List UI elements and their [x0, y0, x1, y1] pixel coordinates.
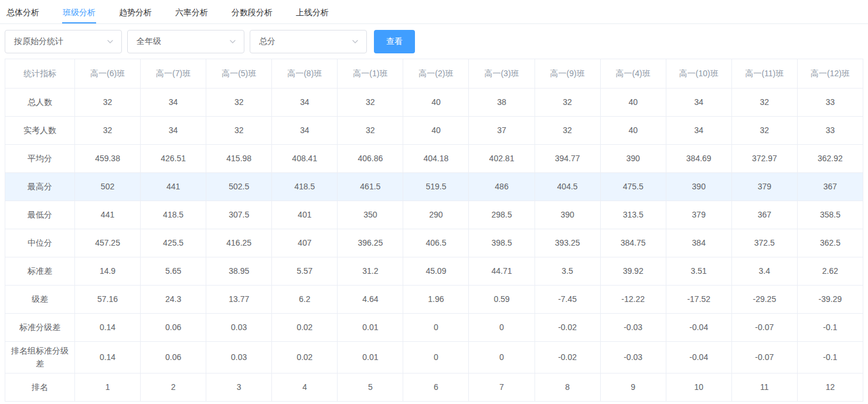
- view-button[interactable]: 查看: [374, 30, 415, 53]
- value-cell: 367: [797, 173, 863, 201]
- value-cell: 390: [666, 173, 731, 201]
- value-cell: 406.86: [338, 145, 403, 173]
- value-cell: 398.5: [469, 229, 535, 257]
- value-cell: 362.92: [797, 145, 863, 173]
- value-cell: -0.03: [600, 342, 666, 374]
- value-cell: 14.9: [75, 257, 141, 286]
- tab-5[interactable]: 分数段分析: [231, 0, 273, 23]
- value-cell: 418.5: [141, 201, 206, 229]
- value-cell: 372.97: [731, 145, 797, 173]
- value-cell: -0.02: [535, 314, 600, 342]
- class-column-header: 高一(12)班: [797, 59, 863, 89]
- value-cell: 407: [272, 229, 338, 257]
- value-cell: 393.25: [535, 229, 600, 257]
- value-cell: 4: [272, 373, 338, 401]
- value-cell: -0.07: [731, 342, 797, 374]
- value-cell: 44.71: [469, 257, 535, 286]
- value-cell: 40: [600, 117, 666, 145]
- value-cell: 406.5: [403, 229, 469, 257]
- value-cell: 415.98: [206, 145, 272, 173]
- stat-type-select[interactable]: 按原始分统计: [5, 30, 122, 53]
- value-cell: 33: [797, 89, 863, 117]
- tab-1[interactable]: 总体分析: [6, 0, 40, 23]
- value-cell: 0.03: [206, 314, 272, 342]
- value-cell: 40: [600, 89, 666, 117]
- value-cell: 34: [666, 117, 731, 145]
- value-cell: 441: [141, 173, 206, 201]
- tab-4[interactable]: 六率分析: [175, 0, 209, 23]
- value-cell: 404.5: [535, 173, 600, 201]
- subject-select[interactable]: 总分: [250, 30, 367, 53]
- row-label: 最低分: [5, 201, 75, 229]
- value-cell: 0.01: [338, 314, 403, 342]
- value-cell: 0.01: [338, 342, 403, 374]
- tab-6[interactable]: 上线分析: [295, 0, 329, 23]
- value-cell: 2.62: [797, 257, 863, 286]
- value-cell: 13.77: [206, 286, 272, 314]
- value-cell: 298.5: [469, 201, 535, 229]
- value-cell: 0: [469, 314, 535, 342]
- value-cell: 2: [141, 373, 206, 401]
- value-cell: 384.75: [600, 229, 666, 257]
- value-cell: 394.77: [535, 145, 600, 173]
- value-cell: 1: [75, 373, 141, 401]
- value-cell: 401: [272, 201, 338, 229]
- value-cell: 0.06: [141, 314, 206, 342]
- indicator-header-cell: 统计指标: [5, 59, 75, 89]
- value-cell: 362.5: [797, 229, 863, 257]
- chevron-down-icon: [106, 38, 114, 46]
- value-cell: 6: [403, 373, 469, 401]
- table-row: 标准差14.95.6538.955.5731.245.0944.713.539.…: [5, 257, 863, 286]
- value-cell: 0.02: [272, 342, 338, 374]
- value-cell: 384.69: [666, 145, 731, 173]
- value-cell: 11: [731, 373, 797, 401]
- value-cell: 416.25: [206, 229, 272, 257]
- value-cell: 10: [666, 373, 731, 401]
- value-cell: 37: [469, 117, 535, 145]
- value-cell: 32: [535, 89, 600, 117]
- value-cell: 40: [403, 117, 469, 145]
- value-cell: 40: [403, 89, 469, 117]
- table-row: 最低分441418.5307.5401350290298.5390313.537…: [5, 201, 863, 229]
- value-cell: 475.5: [600, 173, 666, 201]
- class-column-header: 高一(2)班: [403, 59, 469, 89]
- class-column-header: 高一(8)班: [272, 59, 338, 89]
- table-row: 最高分502441502.5418.5461.5519.5486404.5475…: [5, 173, 863, 201]
- value-cell: 425.5: [141, 229, 206, 257]
- value-cell: 57.16: [75, 286, 141, 314]
- table-body: 总人数323432343240383240343233实考人数323432343…: [5, 89, 863, 402]
- value-cell: 8: [535, 373, 600, 401]
- value-cell: -0.1: [797, 314, 863, 342]
- value-cell: 486: [469, 173, 535, 201]
- value-cell: -0.02: [535, 342, 600, 374]
- table-row: 中位分457.25425.5416.25407396.25406.5398.53…: [5, 229, 863, 257]
- tab-3[interactable]: 趋势分析: [118, 0, 152, 23]
- table-row: 级差57.1624.313.776.24.641.960.59-7.45-12.…: [5, 286, 863, 314]
- class-column-header: 高一(10)班: [666, 59, 731, 89]
- value-cell: 7: [469, 373, 535, 401]
- table-row: 平均分459.38426.51415.98408.41406.86404.184…: [5, 145, 863, 173]
- value-cell: -0.1: [797, 342, 863, 374]
- value-cell: 379: [731, 173, 797, 201]
- class-column-header: 高一(5)班: [206, 59, 272, 89]
- class-stats-table: 统计指标高一(6)班高一(7)班高一(5)班高一(8)班高一(1)班高一(2)班…: [5, 59, 863, 402]
- tab-2[interactable]: 班级分析: [62, 0, 96, 23]
- value-cell: 3.4: [731, 257, 797, 286]
- value-cell: 3.5: [535, 257, 600, 286]
- grade-select[interactable]: 全年级: [127, 30, 244, 53]
- value-cell: 34: [141, 117, 206, 145]
- value-cell: 390: [535, 201, 600, 229]
- value-cell: 0: [403, 342, 469, 374]
- value-cell: 402.81: [469, 145, 535, 173]
- class-column-header: 高一(4)班: [600, 59, 666, 89]
- value-cell: 0.14: [75, 314, 141, 342]
- value-cell: 459.38: [75, 145, 141, 173]
- value-cell: 34: [272, 117, 338, 145]
- value-cell: 9: [600, 373, 666, 401]
- subject-value: 总分: [259, 36, 275, 47]
- value-cell: 3: [206, 373, 272, 401]
- value-cell: 372.5: [731, 229, 797, 257]
- value-cell: -0.07: [731, 314, 797, 342]
- value-cell: -0.04: [666, 314, 731, 342]
- value-cell: 34: [666, 89, 731, 117]
